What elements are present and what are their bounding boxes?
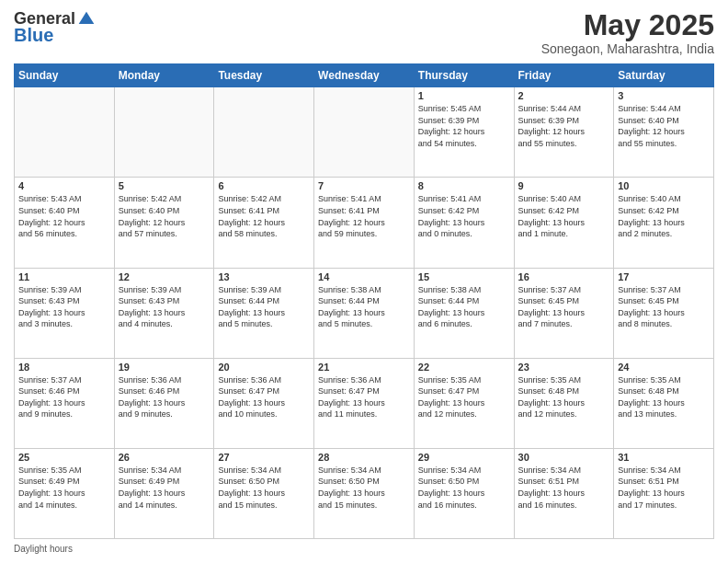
calendar-cell: 25Sunrise: 5:35 AM Sunset: 6:49 PM Dayli…: [15, 448, 115, 538]
calendar-day-header-thursday: Thursday: [414, 64, 514, 87]
calendar-cell: 24Sunrise: 5:35 AM Sunset: 6:48 PM Dayli…: [614, 358, 714, 448]
day-number: 13: [218, 271, 310, 282]
calendar-cell: 29Sunrise: 5:34 AM Sunset: 6:50 PM Dayli…: [414, 448, 514, 538]
day-number: 26: [119, 452, 210, 463]
day-info: Sunrise: 5:42 AM Sunset: 6:41 PM Dayligh…: [218, 193, 310, 239]
calendar-week-row: 1Sunrise: 5:45 AM Sunset: 6:39 PM Daylig…: [15, 87, 714, 178]
day-number: 29: [418, 452, 510, 463]
calendar-cell: [114, 87, 214, 178]
calendar-cell: [214, 87, 314, 178]
day-info: Sunrise: 5:44 AM Sunset: 6:40 PM Dayligh…: [618, 103, 710, 149]
location-text: Sonegaon, Maharashtra, India: [541, 41, 714, 56]
calendar-cell: 5Sunrise: 5:42 AM Sunset: 6:40 PM Daylig…: [114, 178, 214, 268]
page: General Blue May 2025 Sonegaon, Maharash…: [0, 0, 728, 563]
calendar-cell: 21Sunrise: 5:36 AM Sunset: 6:47 PM Dayli…: [314, 358, 415, 448]
day-info: Sunrise: 5:42 AM Sunset: 6:40 PM Dayligh…: [119, 193, 210, 239]
calendar-week-row: 18Sunrise: 5:37 AM Sunset: 6:46 PM Dayli…: [15, 358, 714, 448]
day-info: Sunrise: 5:37 AM Sunset: 6:46 PM Dayligh…: [18, 374, 110, 420]
day-number: 30: [518, 452, 610, 463]
calendar-cell: 26Sunrise: 5:34 AM Sunset: 6:49 PM Dayli…: [114, 448, 214, 538]
day-number: 17: [618, 271, 710, 282]
calendar-cell: 20Sunrise: 5:36 AM Sunset: 6:47 PM Dayli…: [214, 358, 314, 448]
calendar-cell: 18Sunrise: 5:37 AM Sunset: 6:46 PM Dayli…: [15, 358, 115, 448]
calendar-cell: 15Sunrise: 5:38 AM Sunset: 6:44 PM Dayli…: [414, 268, 514, 358]
calendar-day-header-tuesday: Tuesday: [214, 64, 314, 87]
calendar-cell: 22Sunrise: 5:35 AM Sunset: 6:47 PM Dayli…: [414, 358, 514, 448]
day-info: Sunrise: 5:44 AM Sunset: 6:39 PM Dayligh…: [518, 103, 610, 149]
calendar-table: SundayMondayTuesdayWednesdayThursdayFrid…: [14, 63, 714, 539]
day-number: 2: [518, 90, 610, 101]
day-number: 20: [218, 362, 310, 373]
day-info: Sunrise: 5:35 AM Sunset: 6:49 PM Dayligh…: [18, 465, 110, 511]
day-info: Sunrise: 5:34 AM Sunset: 6:50 PM Dayligh…: [418, 465, 510, 511]
day-number: 14: [318, 271, 410, 282]
calendar-week-row: 11Sunrise: 5:39 AM Sunset: 6:43 PM Dayli…: [15, 268, 714, 358]
day-number: 7: [318, 180, 410, 191]
day-number: 3: [618, 90, 710, 101]
calendar-day-header-sunday: Sunday: [15, 64, 115, 87]
day-info: Sunrise: 5:37 AM Sunset: 6:45 PM Dayligh…: [618, 284, 710, 330]
day-info: Sunrise: 5:34 AM Sunset: 6:51 PM Dayligh…: [518, 465, 610, 511]
day-info: Sunrise: 5:40 AM Sunset: 6:42 PM Dayligh…: [618, 193, 710, 239]
day-info: Sunrise: 5:38 AM Sunset: 6:44 PM Dayligh…: [318, 284, 410, 330]
logo-icon: [77, 10, 96, 29]
day-info: Sunrise: 5:43 AM Sunset: 6:40 PM Dayligh…: [18, 193, 110, 239]
calendar-cell: 12Sunrise: 5:39 AM Sunset: 6:43 PM Dayli…: [114, 268, 214, 358]
day-info: Sunrise: 5:34 AM Sunset: 6:49 PM Dayligh…: [119, 465, 210, 511]
calendar-cell: 14Sunrise: 5:38 AM Sunset: 6:44 PM Dayli…: [314, 268, 415, 358]
calendar-cell: 31Sunrise: 5:34 AM Sunset: 6:51 PM Dayli…: [614, 448, 714, 538]
calendar-cell: 7Sunrise: 5:41 AM Sunset: 6:41 PM Daylig…: [314, 178, 415, 268]
month-year-title: May 2025: [541, 9, 714, 41]
calendar-cell: 28Sunrise: 5:34 AM Sunset: 6:50 PM Dayli…: [314, 448, 415, 538]
day-number: 4: [18, 180, 110, 191]
logo-blue-text: Blue: [14, 25, 53, 46]
calendar-week-row: 25Sunrise: 5:35 AM Sunset: 6:49 PM Dayli…: [15, 448, 714, 538]
calendar-cell: 23Sunrise: 5:35 AM Sunset: 6:48 PM Dayli…: [514, 358, 614, 448]
day-info: Sunrise: 5:34 AM Sunset: 6:50 PM Dayligh…: [218, 465, 310, 511]
calendar-week-row: 4Sunrise: 5:43 AM Sunset: 6:40 PM Daylig…: [15, 178, 714, 268]
calendar-cell: 27Sunrise: 5:34 AM Sunset: 6:50 PM Dayli…: [214, 448, 314, 538]
calendar-cell: [15, 87, 115, 178]
calendar-cell: 10Sunrise: 5:40 AM Sunset: 6:42 PM Dayli…: [614, 178, 714, 268]
calendar-cell: 19Sunrise: 5:36 AM Sunset: 6:46 PM Dayli…: [114, 358, 214, 448]
calendar-day-header-wednesday: Wednesday: [314, 64, 415, 87]
day-number: 27: [218, 452, 310, 463]
daylight-hours-label: Daylight hours: [14, 544, 73, 554]
day-number: 28: [318, 452, 410, 463]
calendar-cell: 1Sunrise: 5:45 AM Sunset: 6:39 PM Daylig…: [414, 87, 514, 178]
day-info: Sunrise: 5:39 AM Sunset: 6:44 PM Dayligh…: [218, 284, 310, 330]
calendar-day-header-saturday: Saturday: [614, 64, 714, 87]
day-info: Sunrise: 5:41 AM Sunset: 6:42 PM Dayligh…: [418, 193, 510, 239]
day-info: Sunrise: 5:36 AM Sunset: 6:47 PM Dayligh…: [218, 374, 310, 420]
calendar-cell: 8Sunrise: 5:41 AM Sunset: 6:42 PM Daylig…: [414, 178, 514, 268]
day-info: Sunrise: 5:41 AM Sunset: 6:41 PM Dayligh…: [318, 193, 410, 239]
day-number: 19: [119, 362, 210, 373]
day-info: Sunrise: 5:37 AM Sunset: 6:45 PM Dayligh…: [518, 284, 610, 330]
day-number: 12: [119, 271, 210, 282]
day-info: Sunrise: 5:35 AM Sunset: 6:48 PM Dayligh…: [618, 374, 710, 420]
day-info: Sunrise: 5:35 AM Sunset: 6:48 PM Dayligh…: [518, 374, 610, 420]
day-number: 18: [18, 362, 110, 373]
day-info: Sunrise: 5:35 AM Sunset: 6:47 PM Dayligh…: [418, 374, 510, 420]
day-number: 24: [618, 362, 710, 373]
calendar-cell: 6Sunrise: 5:42 AM Sunset: 6:41 PM Daylig…: [214, 178, 314, 268]
day-number: 5: [119, 180, 210, 191]
day-number: 31: [618, 452, 710, 463]
day-number: 6: [218, 180, 310, 191]
title-section: May 2025 Sonegaon, Maharashtra, India: [541, 9, 714, 56]
day-number: 1: [418, 90, 510, 101]
day-info: Sunrise: 5:34 AM Sunset: 6:50 PM Dayligh…: [318, 465, 410, 511]
day-number: 23: [518, 362, 610, 373]
day-number: 10: [618, 180, 710, 191]
calendar-cell: 17Sunrise: 5:37 AM Sunset: 6:45 PM Dayli…: [614, 268, 714, 358]
calendar-header-row: SundayMondayTuesdayWednesdayThursdayFrid…: [15, 64, 714, 87]
day-number: 9: [518, 180, 610, 191]
calendar-cell: 2Sunrise: 5:44 AM Sunset: 6:39 PM Daylig…: [514, 87, 614, 178]
day-info: Sunrise: 5:34 AM Sunset: 6:51 PM Dayligh…: [618, 465, 710, 511]
calendar-cell: 11Sunrise: 5:39 AM Sunset: 6:43 PM Dayli…: [15, 268, 115, 358]
day-info: Sunrise: 5:40 AM Sunset: 6:42 PM Dayligh…: [518, 193, 610, 239]
day-info: Sunrise: 5:39 AM Sunset: 6:43 PM Dayligh…: [119, 284, 210, 330]
day-number: 21: [318, 362, 410, 373]
calendar-cell: 16Sunrise: 5:37 AM Sunset: 6:45 PM Dayli…: [514, 268, 614, 358]
day-info: Sunrise: 5:38 AM Sunset: 6:44 PM Dayligh…: [418, 284, 510, 330]
